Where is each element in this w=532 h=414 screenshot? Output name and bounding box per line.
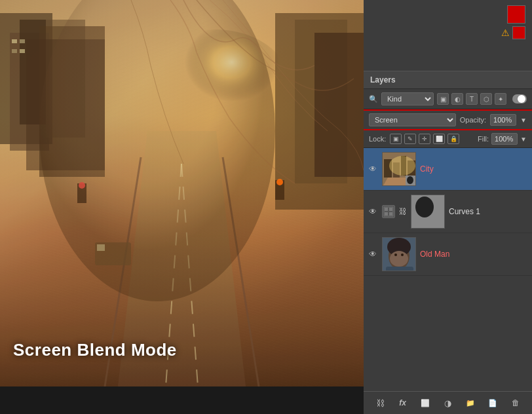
add-layer-style-button[interactable]: fx <box>396 396 410 410</box>
layer-kind-filter-select[interactable]: Kind Name Effect Mode <box>381 92 434 105</box>
filter-search-icon: 🔍 <box>369 95 378 104</box>
svg-point-49 <box>390 251 408 267</box>
blend-mode-select[interactable]: Screen Normal Multiply Overlay <box>369 113 456 126</box>
canvas-artwork <box>0 0 364 386</box>
svg-point-37 <box>407 176 413 184</box>
filter-smart-btn[interactable]: ✦ <box>495 93 506 105</box>
filter-icons-group: ▣ ◐ T ⬡ ✦ <box>437 93 506 105</box>
oldman-thumb-svg <box>383 238 416 271</box>
link-layers-button[interactable]: ⛓ <box>373 396 387 410</box>
city-thumb-svg <box>383 153 416 186</box>
layers-list: 👁 <box>364 148 532 276</box>
opacity-label: Opacity: <box>460 116 486 124</box>
layer-item-city[interactable]: 👁 <box>364 148 532 191</box>
svg-point-50 <box>394 254 397 256</box>
new-group-button[interactable]: 📁 <box>463 396 478 410</box>
layer-visibility-icon-oldman[interactable]: 👁 <box>369 250 378 259</box>
canvas-title: Screen Blend Mode <box>13 340 177 360</box>
background-color-row: ⚠ <box>501 26 525 39</box>
svg-point-51 <box>401 254 404 256</box>
filter-adjust-btn[interactable]: ◐ <box>451 93 463 105</box>
layer-item-oldman[interactable]: 👁 <box>364 233 532 276</box>
filter-shape-btn[interactable]: ⬡ <box>480 93 492 105</box>
layers-panel-header: Layers <box>364 71 532 89</box>
svg-rect-41 <box>389 208 392 211</box>
layer-name-curves: Curves 1 <box>449 207 527 216</box>
add-mask-button[interactable]: ⬜ <box>418 396 432 410</box>
background-color-swatch[interactable] <box>512 26 525 39</box>
opacity-dropdown-arrow[interactable]: ▼ <box>520 117 527 124</box>
swatch-group: ⚠ <box>501 5 525 39</box>
svg-rect-43 <box>389 212 392 216</box>
fill-dropdown-arrow[interactable]: ▼ <box>520 136 527 143</box>
lock-all-btn[interactable]: 🔒 <box>447 134 459 144</box>
filter-type-btn[interactable]: T <box>466 93 478 105</box>
fill-label: Fill: <box>478 135 489 143</box>
lock-position-btn[interactable]: ✛ <box>419 134 430 144</box>
lock-bar: Lock: ▣ ✎ ✛ ⬜ 🔒 Fill: ▼ <box>364 130 532 148</box>
foreground-color-swatch[interactable] <box>507 5 525 24</box>
layer-filter-bar: 🔍 Kind Name Effect Mode ▣ ◐ T ⬡ ✦ <box>364 89 532 109</box>
svg-point-45 <box>415 197 434 217</box>
layer-thumbnail-oldman <box>382 237 416 271</box>
layer-link-icon-curves[interactable]: ⛓ <box>399 207 407 216</box>
filter-pixel-btn[interactable]: ▣ <box>437 93 449 105</box>
layer-adjustment-icon-curves <box>382 205 395 218</box>
lock-label: Lock: <box>369 135 386 143</box>
lock-artboard-btn[interactable]: ⬜ <box>433 134 445 144</box>
layer-name-oldman: Old Man <box>420 250 527 259</box>
layer-visibility-icon-curves[interactable]: 👁 <box>369 207 378 216</box>
svg-rect-28 <box>0 0 364 386</box>
canvas-image: Screen Blend Mode <box>0 0 364 386</box>
adjustment-layer-icon <box>383 206 394 217</box>
warning-icon: ⚠ <box>501 28 510 38</box>
svg-rect-52 <box>386 267 413 271</box>
layer-thumbnail-curves <box>411 195 445 229</box>
svg-rect-40 <box>385 208 388 211</box>
new-layer-button[interactable]: 📄 <box>485 396 500 410</box>
new-adjustment-layer-button[interactable]: ◑ <box>440 396 455 410</box>
layer-thumbnail-city <box>382 152 416 186</box>
layer-name-city: City <box>420 164 527 174</box>
layer-visibility-icon-city[interactable]: 👁 <box>369 164 378 174</box>
curves-thumb-svg <box>411 195 445 229</box>
right-panel: ⚠ Layers 🔍 Kind Name Effect Mode ▣ ◐ T ⬡ <box>364 0 532 414</box>
svg-point-35 <box>389 156 415 176</box>
blend-opacity-bar: Screen Normal Multiply Overlay Opacity: … <box>364 109 532 130</box>
layers-panel-title: Layers <box>370 75 396 85</box>
layers-panel: Layers 🔍 Kind Name Effect Mode ▣ ◐ T ⬡ ✦ <box>364 71 532 414</box>
layer-item-curves[interactable]: 👁 ⛓ <box>364 191 532 233</box>
lock-pixels-btn[interactable]: ✎ <box>404 134 416 144</box>
filter-toggle-switch[interactable] <box>512 94 527 104</box>
opacity-value-input[interactable] <box>490 114 516 126</box>
delete-layer-button[interactable]: 🗑 <box>508 396 523 410</box>
lock-transparency-btn[interactable]: ▣ <box>390 134 402 144</box>
layers-bottom-toolbar: ⛓ fx ⬜ ◑ 📁 📄 🗑 <box>364 391 532 414</box>
canvas-area: Screen Blend Mode <box>0 0 364 414</box>
color-swatches-area: ⚠ <box>364 0 532 69</box>
fill-value-input[interactable] <box>491 133 518 145</box>
svg-rect-42 <box>385 212 388 216</box>
